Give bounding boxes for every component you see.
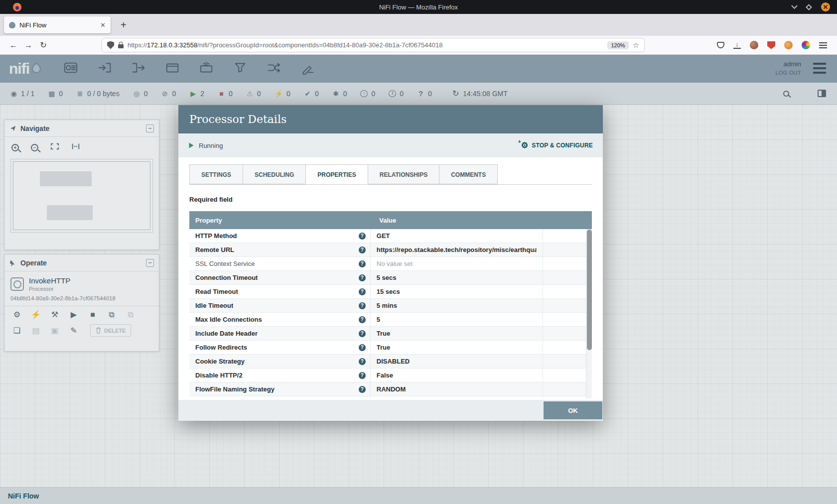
browser-tabbar: NiFi Flow ✕ +	[0, 14, 837, 36]
tab-close-icon[interactable]: ✕	[100, 21, 106, 29]
property-value: 5	[377, 316, 380, 323]
property-name: Include Date Header	[195, 330, 258, 337]
pocket-icon[interactable]	[717, 42, 724, 48]
url-bar[interactable]: https://172.18.0.3:32558/nifi/?processGr…	[102, 38, 645, 52]
property-name: FlowFile Naming Strategy	[195, 385, 275, 393]
window-minimize-icon[interactable]	[791, 2, 798, 9]
property-row[interactable]: Connection Timeout ? 5 secs	[189, 271, 586, 285]
help-icon[interactable]: ?	[359, 372, 366, 379]
property-value: 5 mins	[377, 302, 397, 309]
property-row[interactable]: HTTP Method ? GET	[189, 229, 586, 243]
property-value: False	[377, 372, 393, 379]
property-row[interactable]: Remote URL ? https://repo.stackable.tech…	[189, 243, 586, 257]
help-icon[interactable]: ?	[359, 344, 366, 351]
table-scrollbar[interactable]	[586, 229, 592, 398]
properties-rows: HTTP Method ? GET Remote URL ?	[189, 229, 586, 398]
browser-navbar: ← → ↻ https://172.18.0.3:32558/nifi/?pro…	[0, 36, 837, 55]
scrollbar-thumb[interactable]	[587, 230, 592, 350]
connection-lock-icon[interactable]	[118, 44, 124, 48]
bookmark-star-icon[interactable]: ☆	[633, 41, 639, 50]
required-field-label: Required field	[189, 196, 592, 203]
value-column-header: Value	[373, 217, 592, 224]
nifi-page: nifi admin LOG OUT ◉ 1 / 1 ▦ 0 ≣	[0, 55, 837, 504]
extension-pinwheel-icon[interactable]	[802, 41, 810, 49]
dialog-title: Processor Details	[189, 113, 286, 126]
dialog-tab[interactable]: SETTINGS	[189, 164, 243, 184]
dialog-tabs: SETTINGSSCHEDULINGPROPERTIESRELATIONSHIP…	[189, 164, 592, 185]
new-tab-button[interactable]: +	[121, 20, 127, 30]
processor-details-dialog: Processor Details Running ⚙ STOP & CONFI…	[178, 105, 603, 421]
dialog-tab[interactable]: SCHEDULING	[243, 164, 306, 184]
property-name: Max Idle Connections	[195, 316, 262, 323]
help-icon[interactable]: ?	[359, 233, 366, 240]
property-value: 5 secs	[377, 274, 397, 281]
properties-table-header: Property Value	[189, 211, 592, 229]
zoom-level-badge[interactable]: 120%	[607, 41, 628, 49]
property-value: RANDOM	[377, 385, 406, 393]
reload-button[interactable]: ↻	[36, 40, 51, 50]
forward-button[interactable]: →	[21, 41, 36, 50]
tab-title: NiFi Flow	[19, 21, 96, 29]
url-host: 172.18.0.3:32558	[147, 41, 197, 49]
help-icon[interactable]: ?	[359, 260, 366, 267]
help-icon[interactable]: ?	[359, 302, 366, 309]
property-name: Remote URL	[195, 246, 234, 253]
ublock-origin-icon[interactable]	[767, 41, 775, 49]
property-value: True	[377, 330, 390, 337]
window-titlebar: NiFi Flow — Mozilla Firefox	[0, 0, 837, 14]
help-icon[interactable]: ?	[359, 288, 366, 295]
property-value: https://repo.stackable.tech/repository/m…	[377, 246, 537, 253]
dialog-body: SETTINGSSCHEDULINGPROPERTIESRELATIONSHIP…	[178, 157, 603, 400]
help-icon[interactable]: ?	[359, 386, 366, 393]
ok-button[interactable]: OK	[544, 401, 602, 419]
property-row[interactable]: Max Idle Connections ? 5	[189, 313, 586, 327]
help-icon[interactable]: ?	[359, 247, 366, 253]
tracking-protection-shield-icon[interactable]	[107, 41, 114, 49]
property-value: 15 secs	[377, 288, 400, 295]
help-icon[interactable]: ?	[359, 358, 366, 365]
dialog-header: Processor Details	[178, 105, 603, 133]
url-path: /nifi/?processGroupId=root&componentIds=…	[197, 41, 442, 49]
profile-avatar-icon[interactable]	[750, 41, 758, 49]
property-value: DISABLED	[377, 358, 410, 365]
state-label: Running	[199, 142, 223, 149]
window-title: NiFi Flow — Mozilla Firefox	[379, 3, 458, 11]
dialog-tab[interactable]: COMMENTS	[439, 164, 498, 184]
url-scheme: https://	[128, 41, 147, 49]
dialog-state-bar: Running ⚙ STOP & CONFIGURE	[178, 133, 603, 157]
url-text[interactable]: https://172.18.0.3:32558/nifi/?processGr…	[128, 41, 603, 49]
property-row[interactable]: FlowFile Naming Strategy ? RANDOM	[189, 382, 586, 396]
property-row[interactable]: SSL Context Service ? No value set	[189, 257, 586, 271]
extension-avatar-icon[interactable]	[784, 41, 793, 49]
property-column-header: Property	[189, 217, 373, 224]
property-row[interactable]: Idle Timeout ? 5 mins	[189, 299, 586, 313]
help-icon[interactable]: ?	[359, 330, 366, 337]
browser-menu-icon[interactable]	[819, 42, 827, 48]
property-row[interactable]: Include Date Header ? True	[189, 327, 586, 341]
property-value: True	[377, 344, 390, 351]
dialog-tab[interactable]: PROPERTIES	[305, 164, 368, 184]
component-state: Running	[188, 142, 223, 149]
property-name: Read Timeout	[195, 288, 238, 295]
help-icon[interactable]: ?	[359, 316, 366, 323]
property-row[interactable]: Cookie Strategy ? DISABLED	[189, 355, 586, 369]
window-maximize-icon[interactable]	[806, 4, 812, 10]
property-row[interactable]: Read Timeout ? 15 secs	[189, 285, 586, 299]
property-row[interactable]: Disable HTTP/2 ? False	[189, 369, 586, 382]
property-name: HTTP Method	[195, 232, 237, 240]
property-name: Idle Timeout	[195, 302, 233, 309]
help-icon[interactable]: ?	[359, 274, 366, 281]
dialog-tab[interactable]: RELATIONSHIPS	[368, 164, 439, 184]
downloads-icon[interactable]: ↓	[733, 41, 741, 49]
stop-and-configure-button[interactable]: ⚙ STOP & CONFIGURE	[521, 141, 593, 149]
window-controls	[792, 2, 830, 11]
property-row[interactable]: ?	[189, 396, 586, 398]
property-row[interactable]: Follow Redirects ? True	[189, 341, 586, 355]
toolbar-icons: ↓	[717, 41, 827, 49]
property-name: Cookie Strategy	[195, 358, 245, 365]
window-close-icon[interactable]	[821, 2, 830, 11]
stop-configure-icon: ⚙	[521, 141, 529, 149]
browser-tab[interactable]: NiFi Flow ✕	[4, 16, 111, 33]
firefox-logo-icon	[13, 3, 21, 11]
back-button[interactable]: ←	[6, 41, 21, 50]
